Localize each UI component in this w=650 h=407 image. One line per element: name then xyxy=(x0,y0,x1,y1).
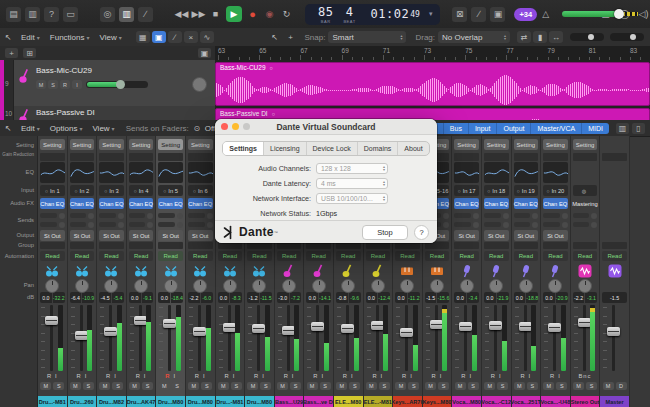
group-slot[interactable] xyxy=(366,242,391,249)
channel-name-label[interactable]: Voca...-U48 xyxy=(541,396,570,407)
mute-button[interactable]: M xyxy=(366,382,377,390)
channel-name-label[interactable]: Dru...260 xyxy=(68,396,97,407)
tuner-icon[interactable]: ∕ xyxy=(471,7,486,22)
filter-button-output[interactable]: Output xyxy=(497,123,531,134)
record-enable-button[interactable]: R xyxy=(343,373,348,379)
close-icon[interactable] xyxy=(221,123,228,130)
automation-mode-button[interactable]: Read xyxy=(129,251,154,261)
browsers-icon[interactable]: ◁) xyxy=(636,7,650,22)
channel-strip[interactable]: Setting○In 1Chan EQSt OutRead0.0-32.2RIM… xyxy=(38,136,68,407)
track-name[interactable]: Bass-Mic-CU29 xyxy=(36,66,92,75)
solo-button[interactable]: S xyxy=(408,382,419,390)
fader-cap[interactable] xyxy=(311,322,324,331)
record-enable-button[interactable]: R xyxy=(491,373,496,379)
channel-name-label[interactable]: Voca...M80 xyxy=(452,396,481,407)
send-knob[interactable] xyxy=(443,213,449,219)
solo-button[interactable]: S xyxy=(468,382,479,390)
automation-icon[interactable]: ∕ xyxy=(168,31,182,43)
record-button[interactable]: ● xyxy=(246,7,259,22)
mixer-menu-options[interactable]: Options▾ xyxy=(50,124,83,133)
automation-mode-button[interactable]: Read xyxy=(366,251,391,261)
send-knob[interactable] xyxy=(562,222,568,228)
pan-knob[interactable] xyxy=(430,279,444,293)
input-monitor-button[interactable]: I xyxy=(55,373,58,379)
sends-slots[interactable] xyxy=(70,211,95,229)
channel-name-label[interactable]: Dru...M80 xyxy=(245,396,274,407)
automation-mode-button[interactable]: Read xyxy=(99,251,124,261)
pan-knob[interactable] xyxy=(104,279,118,293)
input-monitor-button[interactable]: I xyxy=(203,373,206,379)
automation-mode-button[interactable]: Read xyxy=(70,251,95,261)
duplicate-track-button[interactable]: ⊞ xyxy=(23,48,36,58)
command-click-tool-button[interactable]: + xyxy=(284,31,298,43)
channel-strip[interactable]: Setting○In 19Chan EQSt OutRead0.0-18.8RI… xyxy=(512,136,542,407)
track-volume-slider[interactable] xyxy=(86,81,148,88)
channel-strip[interactable]: Setting○In 17Chan EQSt OutRead0.0-3.4RIM… xyxy=(452,136,482,407)
automation-mode-button[interactable]: Read xyxy=(602,251,627,261)
fader-cap[interactable] xyxy=(430,320,443,329)
channel-name-label[interactable]: Master xyxy=(600,396,629,407)
solo-button[interactable]: S xyxy=(527,382,538,390)
automation-mode-button[interactable]: Read xyxy=(188,251,213,261)
sends-slots[interactable] xyxy=(454,211,479,229)
channel-name-label[interactable]: Dru...M80 xyxy=(186,396,215,407)
send-knob[interactable] xyxy=(177,213,183,219)
record-enable-button[interactable]: R xyxy=(136,373,141,379)
group-slot[interactable] xyxy=(188,242,213,249)
record-enable-button[interactable]: R xyxy=(106,373,111,379)
solo-button[interactable]: S xyxy=(349,382,360,390)
channel-setting-button[interactable]: Setting xyxy=(188,139,213,150)
fader-cap[interactable] xyxy=(371,321,384,330)
record-enable-button[interactable]: R xyxy=(224,373,229,379)
send-knob[interactable] xyxy=(147,213,153,219)
fader-cap[interactable] xyxy=(548,323,561,332)
eq-thumbnail[interactable] xyxy=(602,162,627,183)
audio-fx-slot[interactable]: Chan EQ xyxy=(99,198,124,209)
input-button[interactable]: ○In 5 xyxy=(158,185,183,196)
send-knob[interactable] xyxy=(473,222,479,228)
automation-mode-button[interactable]: Read xyxy=(514,251,539,261)
fader-cap[interactable] xyxy=(193,327,206,336)
record-enable-button[interactable]: R xyxy=(461,373,466,379)
channel-name-label[interactable]: Voca...251T xyxy=(512,396,541,407)
solo-button[interactable]: S xyxy=(379,382,390,390)
output-button[interactable]: St Out xyxy=(543,230,568,241)
send-knob[interactable] xyxy=(177,222,183,228)
input-monitor-button[interactable]: I xyxy=(440,373,443,379)
filter-button-bus[interactable]: Bus xyxy=(444,123,469,134)
pan-knob[interactable] xyxy=(252,279,266,293)
editors-icon[interactable]: ∕ xyxy=(138,7,153,22)
pointer-tool-icon[interactable]: ↖ xyxy=(1,31,15,43)
send-knob[interactable] xyxy=(59,213,65,219)
input-monitor-button[interactable]: I xyxy=(85,373,88,379)
pan-knob[interactable] xyxy=(134,279,148,293)
metronome-icon[interactable]: △ xyxy=(542,7,549,22)
solo-button[interactable]: S xyxy=(231,382,242,390)
eq-thumbnail[interactable] xyxy=(484,162,509,183)
send-knob[interactable] xyxy=(207,222,213,228)
channel-setting-button[interactable]: Setting xyxy=(40,139,65,150)
rewind-button[interactable]: ◀◀ xyxy=(175,7,188,22)
input-button[interactable]: ○In 6 xyxy=(188,185,213,196)
input-button[interactable]: ○In 1 xyxy=(40,185,65,196)
input-monitor-button[interactable]: I xyxy=(233,373,236,379)
eq-thumbnail[interactable] xyxy=(40,162,65,183)
record-enable-button[interactable]: R xyxy=(165,373,170,379)
send-knob[interactable] xyxy=(118,222,124,228)
drag-dropdown[interactable]: No Overlap ▴▾ xyxy=(438,31,510,43)
input-monitor-button[interactable]: I xyxy=(173,373,176,379)
eq-thumbnail[interactable] xyxy=(573,162,598,183)
record-enable-button[interactable]: R xyxy=(254,373,259,379)
toolbar-icon[interactable]: ▭ xyxy=(63,7,78,22)
fader-cap[interactable] xyxy=(400,328,413,337)
send-knob[interactable] xyxy=(207,213,213,219)
sends-slots[interactable] xyxy=(484,211,509,229)
dante-latency-select[interactable]: 4 ms ▴▾ xyxy=(316,178,388,189)
input-monitor-button[interactable]: I xyxy=(499,373,502,379)
add-track-button[interactable]: + xyxy=(5,48,18,58)
fader-cap[interactable] xyxy=(75,331,88,340)
output-button[interactable]: St Out xyxy=(188,230,213,241)
output-button[interactable]: St Out xyxy=(40,230,65,241)
channel-name-label[interactable]: Stereo Out xyxy=(571,396,600,407)
send-knob[interactable] xyxy=(443,222,449,228)
